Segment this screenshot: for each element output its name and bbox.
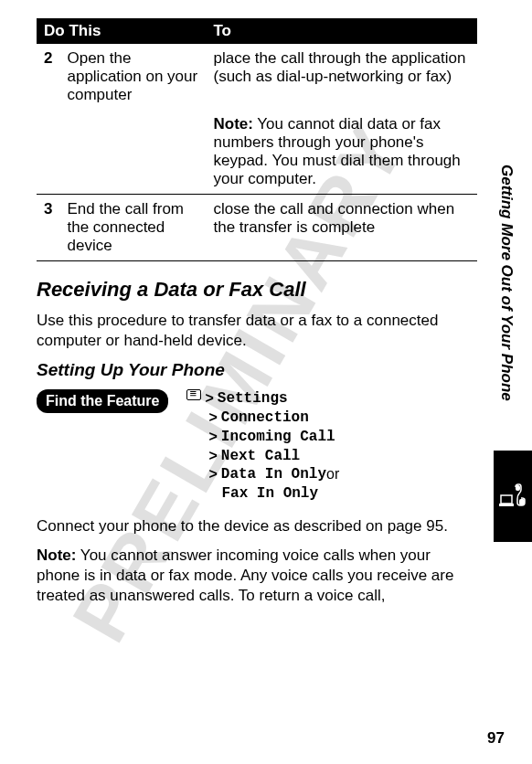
step-result: place the call through the application (… xyxy=(206,44,477,110)
step-action: Open the application on your computer xyxy=(59,44,206,110)
step-number: 3 xyxy=(37,195,59,261)
step-result: close the call and connection when the t… xyxy=(206,195,477,261)
or-text: or xyxy=(326,465,339,484)
menu-key-icon xyxy=(186,389,201,400)
menu-item: Fax In Only xyxy=(221,484,318,504)
find-feature-label: Find the Feature xyxy=(37,389,168,413)
section-heading: Receiving a Data or Fax Call xyxy=(37,278,477,302)
svg-rect-2 xyxy=(516,485,520,491)
menu-item: Next Call xyxy=(221,447,300,466)
page-number: 97 xyxy=(487,729,505,748)
svg-rect-3 xyxy=(519,499,525,505)
table-header-do-this: Do This xyxy=(37,18,206,44)
phone-computer-icon xyxy=(499,483,527,510)
svg-rect-0 xyxy=(501,495,512,504)
step-action: End the call from the connected device xyxy=(59,195,206,261)
subsection-heading: Setting Up Your Phone xyxy=(37,360,477,380)
step-number: 2 xyxy=(37,44,59,110)
side-tab-icon xyxy=(494,451,532,542)
instruction-table: Do This To 2 Open the application on you… xyxy=(37,18,477,261)
note-prefix: Note: xyxy=(213,115,252,133)
menu-item: Settings xyxy=(218,389,288,409)
menu-path: >Settings >Connection >Incoming Call >Ne… xyxy=(186,389,339,504)
table-row: 2 Open the application on your computer … xyxy=(37,44,477,110)
step-note: Note: You cannot dial data or fax number… xyxy=(206,110,477,195)
menu-item: Data In Only xyxy=(221,465,326,484)
table-header-to: To xyxy=(206,18,477,44)
svg-rect-1 xyxy=(499,504,514,506)
intro-paragraph: Use this procedure to transfer data or a… xyxy=(37,311,477,351)
note-prefix: Note: xyxy=(37,546,76,564)
menu-item: Incoming Call xyxy=(221,428,335,447)
table-row: 3 End the call from the connected device… xyxy=(37,195,477,261)
side-section-title: Getting More Out of Your Phone xyxy=(497,164,516,401)
table-row: Note: You cannot dial data or fax number… xyxy=(37,110,477,195)
menu-item: Connection xyxy=(221,409,309,428)
find-feature-box: Find the Feature >Settings >Connection >… xyxy=(37,389,477,504)
note-text: You cannot answer incoming voice calls w… xyxy=(37,546,453,604)
note-paragraph: Note: You cannot answer incoming voice c… xyxy=(37,546,477,606)
connect-paragraph: Connect your phone to the device as desc… xyxy=(37,516,477,536)
